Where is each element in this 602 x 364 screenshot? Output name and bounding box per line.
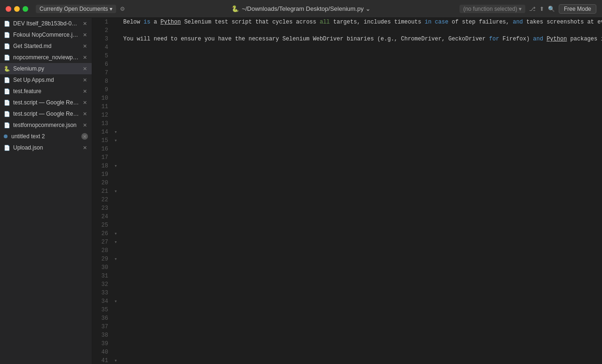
sidebar-item-label: Fokoui NopCommerce.json	[13, 32, 79, 38]
sidebar-item-label: test.script — Google Rec...	[13, 99, 79, 106]
code-line-3: You will need to ensure you have the nec…	[123, 35, 602, 43]
traffic-lights	[6, 6, 28, 12]
vcs-icon[interactable]: ⎇	[529, 6, 536, 12]
close-button[interactable]	[6, 6, 11, 12]
file-icon: 📄	[4, 88, 10, 95]
minimize-button[interactable]	[14, 6, 20, 12]
line-numbers: 12345 678910 1112131415 1617181920 21222…	[92, 18, 112, 364]
titlebar-left: Currently Open Documents ▾ ⚙	[6, 5, 125, 13]
main-layout: 📄 DEV Itself_28b153bd-03f... ✕ 📄 Fokoui …	[0, 18, 602, 364]
code-line-4	[123, 43, 602, 52]
modified-dot	[4, 135, 8, 138]
sidebar-item-label: testfornopcommerce.json	[13, 122, 77, 128]
sidebar-item-fokoui[interactable]: 📄 Fokoui NopCommerce.json ✕	[0, 29, 92, 40]
code-lines: Below is a Python Selenium test script t…	[119, 18, 602, 364]
code-line-1: Below is a Python Selenium test script t…	[123, 18, 602, 26]
search-icon[interactable]: 🔍	[548, 6, 555, 12]
close-icon[interactable]: ✕	[81, 133, 88, 140]
function-selector[interactable]: (no function selected) ▾	[459, 5, 525, 13]
sidebar-item-label: Upload.json	[13, 144, 43, 151]
close-icon[interactable]: ✕	[81, 20, 88, 27]
sidebar: 📄 DEV Itself_28b153bd-03f... ✕ 📄 Fokoui …	[0, 18, 92, 364]
titlebar-center: 🐍 ~/Downloads/Telegram Desktop/Selenium.…	[231, 5, 371, 12]
file-path: ~/Downloads/Telegram Desktop/Selenium.py…	[242, 5, 371, 12]
sidebar-item-label: test.feature	[13, 88, 41, 95]
close-icon[interactable]: ✕	[81, 43, 88, 49]
sidebar-item-upload-json[interactable]: 📄 Upload.json ✕	[0, 142, 92, 153]
file-icon: 📄	[4, 100, 10, 106]
maximize-button[interactable]	[23, 6, 28, 12]
close-icon[interactable]: ✕	[81, 111, 88, 117]
file-icon: 📄	[4, 21, 10, 27]
free-mode-button[interactable]: Free Mode	[559, 4, 596, 14]
sidebar-item-selenium[interactable]: 🐍 Selenium.py ✕	[0, 63, 92, 74]
fold-gutter: ▾ ▾ ▾ ▾ ▾ ▾ ▾ ▾ ▾ ▾ ▾	[112, 18, 119, 364]
code-line-2	[123, 26, 602, 35]
sidebar-item-dev-itself[interactable]: 📄 DEV Itself_28b153bd-03f... ✕	[0, 18, 92, 29]
sidebar-item-label: Selenium.py	[13, 65, 44, 72]
close-icon[interactable]: ✕	[81, 99, 88, 106]
sidebar-item-label: untitled text 2	[11, 133, 45, 140]
sidebar-item-untitled-text-2[interactable]: untitled text 2 ✕	[0, 131, 92, 142]
close-icon[interactable]: ✕	[81, 32, 88, 38]
sidebar-item-label: DEV Itself_28b153bd-03f...	[13, 20, 79, 27]
sidebar-item-label: nopcommerce_noviewpor...	[13, 54, 80, 61]
close-icon[interactable]: ✕	[81, 122, 88, 128]
close-icon[interactable]: ✕	[81, 88, 88, 95]
file-icon: 📄	[4, 111, 10, 117]
file-icon: 📄	[4, 145, 10, 151]
close-icon[interactable]: ✕	[81, 144, 88, 151]
sidebar-item-label: Get Started.md	[13, 43, 51, 49]
settings-icon[interactable]: ⚙	[120, 6, 125, 12]
file-icon: 📄	[4, 32, 10, 38]
file-type-icon: 🐍	[231, 5, 239, 12]
titlebar: Currently Open Documents ▾ ⚙ 🐍 ~/Downloa…	[0, 0, 602, 18]
sidebar-item-test-script-1[interactable]: 📄 test.script — Google Rec... ✕	[0, 97, 92, 108]
share-icon[interactable]: ⬆	[539, 6, 544, 12]
editor-area: 12345 678910 1112131415 1617181920 21222…	[92, 18, 602, 364]
sidebar-item-label: test.script — Google Rec...	[13, 111, 79, 117]
file-icon: 📄	[4, 55, 10, 61]
close-icon[interactable]: ✕	[82, 54, 88, 61]
sidebar-item-nopcommerce[interactable]: 📄 nopcommerce_noviewpor... ✕	[0, 52, 92, 63]
sidebar-item-get-started[interactable]: 📄 Get Started.md ✕	[0, 40, 92, 52]
close-icon[interactable]: ✕	[81, 77, 88, 83]
close-icon[interactable]: ✕	[81, 65, 88, 72]
sidebar-item-test-script-2[interactable]: 📄 test.script — Google Rec... ✕	[0, 108, 92, 119]
file-icon: 📄	[4, 77, 10, 83]
documents-dropdown[interactable]: Currently Open Documents ▾	[36, 5, 116, 13]
code-line-5	[123, 52, 602, 60]
sidebar-item-setup-apps[interactable]: 📄 Set Up Apps.md ✕	[0, 74, 92, 86]
file-icon: 📄	[4, 43, 10, 49]
sidebar-item-testfornopcommerce[interactable]: 📄 testfornopcommerce.json ✕	[0, 119, 92, 131]
titlebar-right: (no function selected) ▾ ⎇ ⬆ 🔍 Free Mode	[459, 4, 596, 14]
file-icon: 🐍	[4, 66, 10, 72]
file-icon: 📄	[4, 122, 10, 128]
sidebar-item-test-feature[interactable]: 📄 test.feature ✕	[0, 86, 92, 97]
sidebar-item-label: Set Up Apps.md	[13, 77, 54, 83]
code-editor[interactable]: 12345 678910 1112131415 1617181920 21222…	[92, 18, 602, 364]
